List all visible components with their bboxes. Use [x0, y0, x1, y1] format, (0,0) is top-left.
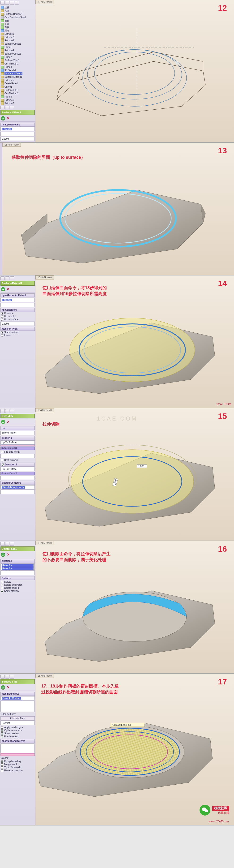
face-selection[interactable]: Face<1> Face<2>: [0, 563, 35, 570]
tree-label[interactable]: Extrude6: [4, 98, 14, 102]
check-show-preview[interactable]: Show preview: [0, 589, 35, 592]
check-apply-all[interactable]: Apply to all edges: [0, 726, 35, 729]
check-flip-side[interactable]: Flip side to cut: [0, 450, 35, 453]
tree-label[interactable]: Extrude3: [4, 39, 14, 42]
ok-icon[interactable]: [1, 685, 5, 690]
cancel-icon[interactable]: ✕: [6, 553, 10, 557]
tree-label[interactable]: Extrude2: [4, 36, 14, 39]
radio-up-to-point[interactable]: Up to point: [0, 315, 35, 318]
tab-icon[interactable]: [5, 105, 9, 110]
ok-icon[interactable]: [1, 553, 5, 557]
tab-icon[interactable]: [10, 105, 14, 110]
dir1-type-select[interactable]: Up To Surface: [0, 440, 35, 445]
tree-label[interactable]: Surface-Offset2: [4, 52, 21, 56]
viewport-12[interactable]: 18-405P rev0 12: [35, 0, 234, 142]
doc-tab[interactable]: 18-405P rev0: [35, 541, 54, 545]
cancel-icon[interactable]: ✕: [6, 685, 10, 690]
viewport-14[interactable]: 18-405P rev0 14 使用延伸曲面命令，将13步得到的 曲面延伸到15…: [35, 276, 234, 408]
check-preview-mesh[interactable]: Preview mesh: [0, 735, 35, 738]
tree-label[interactable]: 右视: [4, 26, 9, 29]
tree-label[interactable]: Surface-Fill1: [4, 89, 18, 92]
radio-linear[interactable]: Linear: [0, 334, 35, 337]
draft-angle[interactable]: [0, 454, 35, 458]
tree-label[interactable]: Extrude7: [4, 102, 14, 105]
radio-delete-fill[interactable]: Delete and Fill: [0, 586, 35, 589]
dir2-surface-select[interactable]: Surface-Extend1: [0, 472, 35, 475]
ok-icon[interactable]: [1, 420, 5, 424]
cancel-icon[interactable]: ✕: [6, 116, 10, 121]
tree-label[interactable]: Surface Bodies(1): [4, 12, 23, 16]
tree-label[interactable]: 3DSketch1: [4, 69, 16, 72]
tab-icon[interactable]: [5, 542, 9, 546]
tab-icon[interactable]: [0, 542, 5, 546]
check-show-preview[interactable]: Show preview: [0, 732, 35, 735]
face-selection[interactable]: Face<1>: [0, 127, 35, 131]
tab-icon[interactable]: [5, 276, 9, 280]
tree-label[interactable]: Cut-Thicken1: [4, 62, 19, 65]
tab-icon[interactable]: [5, 1, 9, 5]
tree-label[interactable]: Cast Stainless Steel: [4, 16, 26, 19]
radio-delete[interactable]: Delete: [0, 580, 35, 583]
tab-icon[interactable]: [5, 675, 9, 679]
tree-label[interactable]: 光源: [4, 9, 9, 12]
empty-selection[interactable]: [0, 490, 35, 494]
tree-label[interactable]: Surface-Extend1: [4, 75, 22, 79]
doc-tab[interactable]: 18-405P rev0: [35, 0, 54, 4]
alt-face-button[interactable]: Alternate Face: [0, 716, 35, 720]
tab-icon[interactable]: [10, 1, 14, 5]
constraint-selection[interactable]: [0, 743, 35, 753]
viewport-16[interactable]: 18-405P rev0 16 使用删除面命令，将拉伸切除后产生 的不必要曲面删…: [35, 541, 234, 673]
tree-label[interactable]: Curve1: [4, 85, 12, 89]
empty-selection[interactable]: [0, 571, 35, 575]
empty-selection[interactable]: [0, 701, 35, 712]
tab-icon[interactable]: [10, 276, 14, 280]
radio-delete-patch[interactable]: Delete and Patch: [0, 583, 35, 586]
tree-label[interactable]: Extrude5: [4, 79, 14, 82]
tab-icon[interactable]: [0, 675, 5, 679]
doc-tab[interactable]: 18-405P rev0: [2, 143, 21, 147]
tab-icon[interactable]: [0, 105, 5, 110]
check-try-form-solid[interactable]: Try to form solid: [0, 766, 35, 769]
viewport-15[interactable]: 18-405P rev0 15 拉伸切除 0.000 1.940 1CAE.CO…: [35, 408, 234, 540]
doc-tab[interactable]: 18-405P rev0: [35, 674, 54, 678]
viewport-13[interactable]: 18-405P rev0 13 获取拉伸切除的界面（up to surface）: [2, 143, 234, 275]
tree-label[interactable]: Surface-Trim1: [4, 59, 20, 62]
tree-label[interactable]: Extrude4: [4, 49, 14, 52]
extend-distance[interactable]: 0.400in: [0, 321, 35, 326]
draft-angle[interactable]: [0, 475, 35, 480]
tab-icon[interactable]: [0, 409, 5, 413]
tree-label[interactable]: 前视: [4, 19, 9, 23]
from-select[interactable]: Sketch Plane: [0, 431, 35, 435]
face-selection[interactable]: Face<1>: [0, 298, 35, 302]
check-optimize-surface[interactable]: Optimize surface: [0, 729, 35, 732]
tree-label[interactable]: Surface-Offset3: [4, 72, 23, 75]
tree-label[interactable]: 原点: [4, 29, 9, 32]
offset-distance[interactable]: 0.000in: [0, 136, 35, 141]
tree-label[interactable]: 上视: [4, 23, 9, 26]
cancel-icon[interactable]: ✕: [6, 420, 10, 424]
tree-label[interactable]: Cut-Thicken2: [4, 92, 19, 95]
empty-selection[interactable]: [0, 132, 35, 136]
doc-tab[interactable]: 18-405P rev0: [35, 276, 54, 279]
ok-icon[interactable]: [1, 116, 5, 121]
radio-same-surface[interactable]: Same surface: [0, 331, 35, 334]
tab-icon[interactable]: [0, 276, 5, 280]
tab-icon[interactable]: [5, 409, 9, 413]
tree-label[interactable]: Plane5: [4, 95, 12, 98]
doc-tab[interactable]: 18-405P rev0: [35, 408, 54, 412]
dir1-surface-select[interactable]: Surface-Extend1: [0, 446, 35, 450]
tree-label[interactable]: Plane3: [4, 65, 12, 69]
check-icon[interactable]: [2, 464, 4, 466]
ok-icon[interactable]: [1, 287, 5, 291]
tree-label[interactable]: Plane2: [4, 56, 12, 59]
tab-icon[interactable]: [14, 1, 19, 5]
contact-select[interactable]: Contact: [0, 721, 35, 725]
check-draft-outward[interactable]: Draft outward: [0, 459, 35, 462]
check-reverse-direction[interactable]: Reverse direction: [0, 769, 35, 772]
viewport-17[interactable]: 18-405P rev0 17 17、18步制作阀板的密封圆槽。本步先通 过投影…: [35, 674, 234, 825]
patch-selection[interactable]: Curve4 - Contact: [0, 696, 35, 701]
tab-icon[interactable]: [10, 675, 14, 679]
empty-selection[interactable]: [0, 303, 35, 307]
dir2-type-select[interactable]: Up To Surface: [0, 467, 35, 471]
tree-label[interactable]: Plane1: [4, 45, 12, 49]
